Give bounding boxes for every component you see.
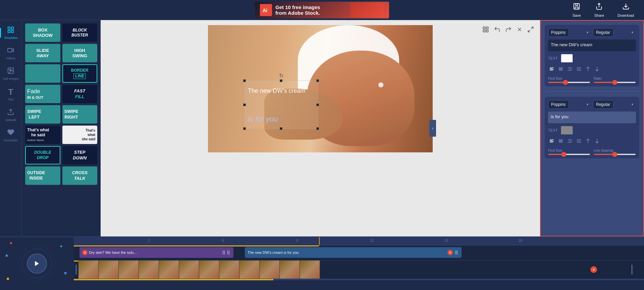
handle-bot-right[interactable] — [316, 127, 319, 130]
align-left-btn-1[interactable] — [548, 65, 555, 74]
template-slide-away[interactable]: SLIDEAWAY — [25, 44, 60, 62]
templates-panel: BOXSHADOW BLOCKBUSTER SLIDEAWAY HIGHSWIN… — [22, 20, 101, 236]
video-track: ✕ — [74, 261, 644, 279]
undo-button[interactable] — [493, 25, 501, 35]
caption-clip-1[interactable]: ✕ Dry skin? We have the solu... — [79, 247, 233, 258]
font-selector-row-2: Poppins Regular Bold — [548, 100, 636, 109]
text-display-1[interactable]: The new DW's cream — [548, 40, 636, 51]
ratio-slider-1[interactable] — [594, 82, 636, 83]
sidebar-label-videos: Videos — [6, 57, 15, 60]
handle-top-right[interactable] — [316, 79, 319, 82]
adobe-banner[interactable]: Ai Get 10 free images from Adobe Stock. — [255, 2, 389, 18]
text-selection-box[interactable]: ↻ The new DW's cream is for you — [244, 80, 318, 129]
track-end-handle[interactable] — [631, 265, 633, 275]
template-fade-in-out[interactable]: Fade IN & OUT — [25, 85, 60, 103]
save-button[interactable]: Save — [569, 1, 584, 19]
play-button[interactable] — [27, 253, 47, 274]
clip-close-btn-1[interactable]: ✕ — [82, 250, 88, 255]
font-style-select-2[interactable]: Regular Bold — [593, 100, 613, 109]
video-thumb-8 — [219, 261, 239, 279]
top-bar: Ai Get 10 free images from Adobe Stock. … — [0, 0, 644, 20]
template-color-block[interactable] — [25, 64, 60, 83]
font-family-select-2[interactable]: Poppins — [548, 100, 569, 109]
align-left-btn-2[interactable] — [548, 137, 555, 146]
sidebar-item-videos[interactable]: Videos — [0, 44, 21, 63]
color-swatch-2[interactable] — [561, 126, 573, 135]
handle-mid-left[interactable] — [243, 103, 246, 106]
sidebar-label-favourites: Favourites — [4, 139, 18, 142]
clip-close-btn-2[interactable]: ✕ — [447, 250, 453, 255]
template-cross-talk[interactable]: CROSSTALK — [62, 166, 98, 185]
share-button[interactable]: Share — [591, 1, 607, 19]
font-size-slider-1[interactable] — [548, 82, 590, 83]
line-spacing-group-2: Line-Spacing — [594, 149, 636, 155]
timeline-playhead[interactable] — [319, 237, 320, 245]
handle-bot-mid[interactable] — [280, 127, 282, 130]
caption-clip-2[interactable]: The new DW's cream is for you ✕ — [245, 247, 462, 258]
download-icon — [622, 3, 630, 12]
download-button[interactable]: Download — [614, 1, 637, 19]
template-fast-fill[interactable]: FAST FILL — [62, 85, 98, 103]
template-swipe-right[interactable]: SWIPERIGHT — [62, 105, 98, 124]
align-center-btn-2[interactable] — [557, 137, 565, 146]
grid-view-button[interactable] — [481, 25, 490, 35]
template-high-swing[interactable]: HIGHSWING — [62, 44, 98, 62]
sidebar-item-favourites[interactable]: Favourites — [0, 126, 21, 145]
align-right-btn-2[interactable] — [566, 137, 574, 146]
align-bottom-btn-1[interactable] — [593, 65, 601, 74]
handle-bot-left[interactable] — [243, 127, 246, 130]
text-label-2: Text — [548, 129, 558, 132]
align-bottom-btn-2[interactable] — [593, 137, 601, 146]
handle-top-mid[interactable] — [280, 79, 282, 82]
template-block-buster[interactable]: BLOCKBUSTER — [62, 23, 98, 42]
text-label-1: Text — [548, 57, 558, 60]
font-family-select-1[interactable]: Poppins — [548, 28, 569, 37]
clip-handle-icon-1 — [227, 250, 229, 255]
template-swipe-left[interactable]: SWIPELEFT — [25, 105, 60, 124]
collapse-panel-handle[interactable]: ‹ — [429, 120, 436, 137]
color-swatch-1[interactable] — [561, 54, 573, 63]
align-right-btn-1[interactable] — [566, 65, 574, 74]
font-family-wrap-1: Poppins — [548, 28, 591, 37]
font-size-group-1: Font Size — [548, 77, 590, 83]
redo-button[interactable] — [504, 25, 513, 35]
sliders-row-1: Font Size Ratio — [548, 77, 636, 83]
template-double-drop[interactable]: DOUBLE DROP — [25, 146, 60, 164]
template-step-down[interactable]: STEPDOWN — [62, 146, 98, 164]
align-center-btn-1[interactable] — [557, 65, 565, 74]
video-background — [208, 25, 433, 152]
video-close-btn[interactable]: ✕ — [590, 266, 597, 273]
canvas-text-line2: is for you — [248, 115, 314, 124]
align-justify-btn-2[interactable] — [575, 137, 583, 146]
fullscreen-button[interactable] — [526, 25, 535, 35]
sidebar-item-uploads[interactable]: Uploads — [0, 105, 21, 124]
template-thats-what-she-said[interactable]: That'swhatshe said — [62, 126, 98, 144]
line-spacing-slider-2[interactable] — [594, 154, 636, 155]
align-justify-btn-1[interactable] — [575, 65, 583, 74]
font-size-slider-2[interactable] — [548, 154, 590, 155]
close-canvas-button[interactable] — [516, 25, 524, 35]
handle-mid-right[interactable] — [316, 103, 319, 106]
video-canvas[interactable]: ↻ The new DW's cream is for you — [208, 25, 433, 152]
align-top-btn-1[interactable] — [584, 65, 592, 74]
align-row-1 — [548, 65, 636, 74]
text-display-2[interactable]: is for you — [548, 112, 636, 123]
track-start-handle[interactable] — [75, 265, 77, 275]
sidebar-item-add-images[interactable]: Add Images — [0, 64, 21, 83]
decorative-dot-yellow — [7, 278, 9, 280]
align-top-btn-2[interactable] — [584, 137, 592, 146]
video-remove-btn[interactable]: ✕ — [590, 266, 598, 273]
template-border-line[interactable]: BORDERLINE — [62, 64, 98, 83]
font-style-select-1[interactable]: Regular Bold Italic — [593, 28, 613, 37]
sidebar-item-templates[interactable]: Templates — [0, 23, 21, 42]
ruler-mark-12: 12 — [370, 239, 374, 242]
rotate-handle[interactable]: ↻ — [278, 72, 284, 79]
template-outside-inside[interactable]: OUTSIDEINSIDE — [25, 166, 60, 185]
caption-clip-text-1: Dry skin? We have the solu... — [89, 250, 137, 255]
template-box-shadow[interactable]: BOXSHADOW — [25, 23, 60, 42]
svg-marker-55 — [35, 261, 39, 266]
timeline-progress-fill — [74, 279, 273, 280]
template-thats-what-he-said[interactable]: That's whathe said Author Name — [25, 126, 60, 144]
sidebar-item-text[interactable]: T Text — [0, 85, 21, 104]
handle-top-left[interactable] — [243, 79, 246, 82]
